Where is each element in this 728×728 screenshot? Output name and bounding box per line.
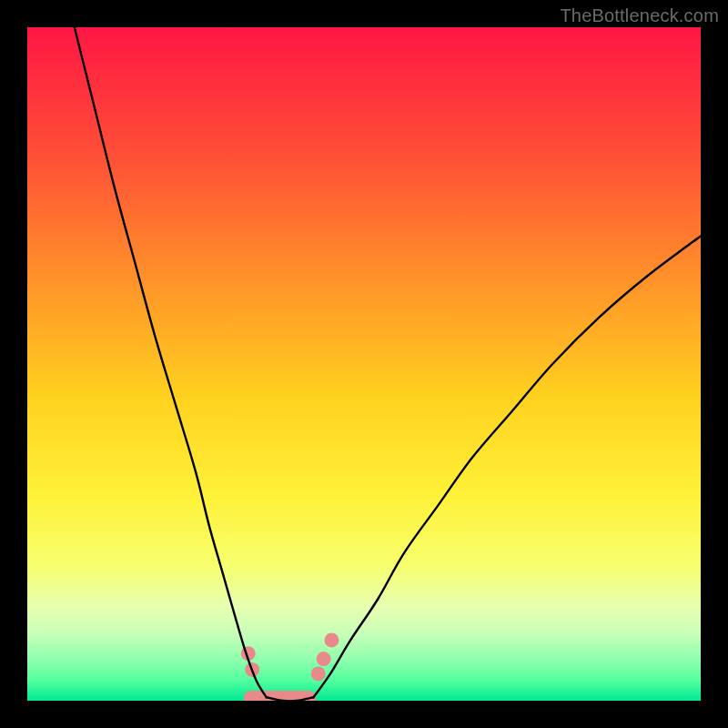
chart-frame: TheBottleneck.com [0,0,728,728]
plot-area [27,27,701,701]
left-branch-curve [75,27,267,697]
curves-layer [27,27,701,701]
highlight-minimum [241,632,339,698]
right-branch-curve [314,236,702,697]
highlight-dot [317,652,331,666]
highlight-dot [324,632,339,647]
highlight-dot [311,666,326,681]
watermark-text: TheBottleneck.com [560,5,719,26]
